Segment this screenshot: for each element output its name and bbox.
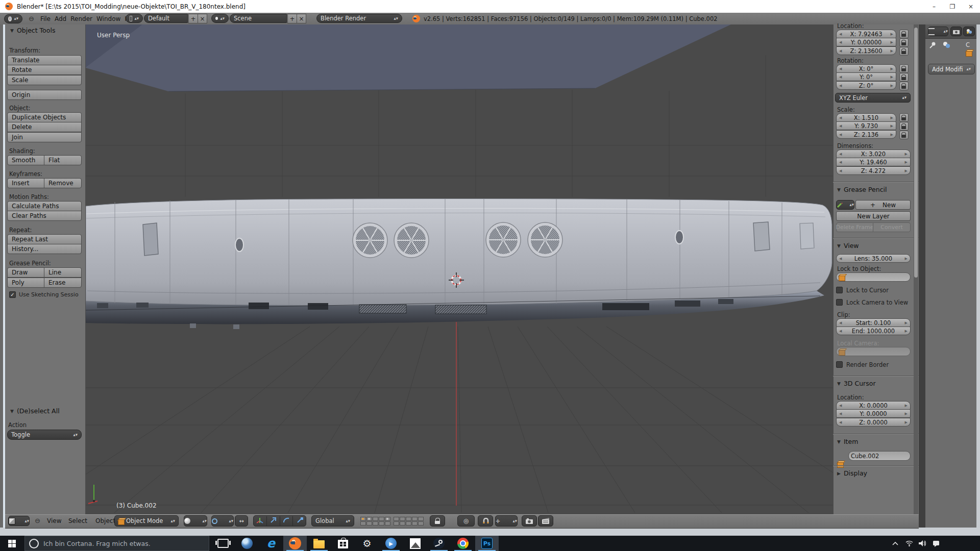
rotation-x-field[interactable]: ◀X: 0°▶ xyxy=(836,64,896,73)
insert-keyframe-button[interactable]: Insert xyxy=(7,178,44,188)
grease-pencil-panel-header[interactable]: ▼ Grease Pencil xyxy=(837,186,887,193)
taskbar-photos[interactable] xyxy=(403,536,427,551)
pivot-point-dropdown[interactable]: ▲▼ xyxy=(211,515,234,527)
render-tab-icon[interactable] xyxy=(950,27,962,36)
gp-line-button[interactable]: Line xyxy=(44,267,82,278)
add-modifier-dropdown[interactable]: Add Modifi ▲▼ xyxy=(928,64,975,74)
render-engine-dropdown[interactable]: Blender Render ▲▼ xyxy=(316,14,402,23)
rotation-mode-dropdown[interactable]: XYZ Euler ▲▼ xyxy=(835,93,911,103)
add-scene-button[interactable]: + xyxy=(287,14,297,23)
history-button[interactable]: History... xyxy=(7,244,82,254)
scene-icon-dropdown[interactable]: ▲▼ xyxy=(211,14,229,23)
lock-scale-y-icon[interactable] xyxy=(899,122,909,131)
item-panel-header[interactable]: ▼ Item xyxy=(837,438,858,445)
tray-expand-button[interactable] xyxy=(888,536,902,551)
proportional-edit-dropdown[interactable]: ◎ xyxy=(457,515,475,527)
translate-button[interactable]: Translate xyxy=(7,55,82,65)
lock-rotation-z-icon[interactable] xyxy=(899,82,909,90)
taskbar-chrome[interactable] xyxy=(451,536,475,551)
location-z-field[interactable]: ◀Z: 2.13600▶ xyxy=(836,46,896,55)
tray-volume-button[interactable] xyxy=(916,536,929,551)
action-dropdown[interactable]: Toggle ▲▼ xyxy=(7,430,82,440)
cursor-y-field[interactable]: ◀Y: 0.0000▶ xyxy=(836,409,911,418)
remove-keyframe-button[interactable]: Remove xyxy=(44,178,82,188)
scale-x-field[interactable]: ◀X: 1.510▶ xyxy=(836,113,896,122)
manipulate-center-points-toggle[interactable]: ↔ xyxy=(235,515,248,527)
collapse-menus-icon[interactable]: ⊖ xyxy=(35,517,40,524)
object-breadcrumb-cube-icon[interactable] xyxy=(966,49,972,56)
layers-widget[interactable] xyxy=(360,517,424,525)
scene-breadcrumb-icon[interactable] xyxy=(942,41,950,51)
rotate-button[interactable]: Rotate xyxy=(7,65,82,75)
layer-grid-left[interactable] xyxy=(360,517,390,525)
gp-poly-button[interactable]: Poly xyxy=(7,278,44,288)
taskbar-settings[interactable]: ⚙ xyxy=(355,536,379,551)
menu-render[interactable]: Render xyxy=(68,15,94,22)
tray-network-button[interactable] xyxy=(902,536,916,551)
menu-add[interactable]: Add xyxy=(53,15,68,22)
viewport-canvas[interactable] xyxy=(85,24,833,514)
lock-location-z-icon[interactable] xyxy=(899,47,909,56)
scale-button[interactable]: Scale xyxy=(7,75,82,85)
calculate-paths-button[interactable]: Calculate Paths xyxy=(7,201,82,211)
taskbar-app-swirl[interactable] xyxy=(235,536,259,551)
viewport-shading-dropdown[interactable]: ▲▼ xyxy=(184,515,207,527)
display-panel-header[interactable]: ▶ Display xyxy=(837,469,867,477)
blender-splash-icon[interactable] xyxy=(412,15,420,22)
view-menu[interactable]: View xyxy=(45,517,63,524)
lock-rotation-y-icon[interactable] xyxy=(899,73,909,82)
minimize-button[interactable]: – xyxy=(925,0,943,13)
maximize-button[interactable]: ❐ xyxy=(943,0,962,13)
manipulator-scale-icon[interactable] xyxy=(292,516,306,526)
gp-convert-button[interactable]: Convert xyxy=(873,222,911,232)
repeat-last-button[interactable]: Repeat Last xyxy=(7,234,82,244)
remove-scene-button[interactable]: × xyxy=(297,14,306,23)
dimension-x-field[interactable]: ◀X: 3.020▶ xyxy=(836,149,911,158)
lock-to-cursor-checkbox[interactable] xyxy=(836,287,843,293)
clip-end-field[interactable]: ◀End: 1000.000▶ xyxy=(836,327,911,335)
taskbar-blender[interactable] xyxy=(283,536,307,551)
view-panel-header[interactable]: ▼ View xyxy=(837,242,859,249)
taskbar-steam[interactable] xyxy=(427,536,451,551)
dimension-z-field[interactable]: ◀Z: 4.272▶ xyxy=(836,166,911,175)
taskbar-media-player[interactable]: ▶ xyxy=(379,536,403,551)
location-x-field[interactable]: ◀X: 7.92463▶ xyxy=(836,30,896,38)
task-view-button[interactable] xyxy=(211,536,235,551)
duplicate-objects-button[interactable]: Duplicate Objects xyxy=(7,112,82,122)
taskbar-edge[interactable]: e xyxy=(259,536,283,551)
shade-smooth-button[interactable]: Smooth xyxy=(7,155,44,165)
lock-scale-z-icon[interactable] xyxy=(899,131,909,139)
cursor-z-field[interactable]: ◀Z: 0.0000▶ xyxy=(836,418,911,427)
manipulator-rotate-icon[interactable] xyxy=(280,516,293,526)
scene-field[interactable]: Scene xyxy=(230,14,287,23)
origin-button[interactable]: Origin xyxy=(7,90,82,100)
object-tools-panel-header[interactable]: ▼ Object Tools xyxy=(10,27,55,34)
cursor-x-field[interactable]: ◀X: 0.0000▶ xyxy=(836,401,911,410)
menu-file[interactable]: File xyxy=(38,15,53,22)
layer-grid-right[interactable] xyxy=(394,517,424,525)
n-panel-scrollbar-thumb[interactable] xyxy=(914,28,918,278)
close-button[interactable]: × xyxy=(962,0,980,13)
manipulator-translate-icon[interactable] xyxy=(266,516,280,526)
manipulator-axis-icon[interactable] xyxy=(254,516,266,526)
shade-flat-button[interactable]: Flat xyxy=(44,155,82,165)
cortana-search-box[interactable]: Ich bin Cortana. Frag mich etwas. xyxy=(24,536,209,551)
snap-element-dropdown[interactable]: ✛ ▲▼ xyxy=(495,515,518,527)
lock-location-x-icon[interactable] xyxy=(899,30,909,38)
gp-erase-button[interactable]: Erase xyxy=(44,278,82,288)
taskbar-store[interactable] xyxy=(331,536,355,551)
lens-field[interactable]: ◀Lens: 35.000▶ xyxy=(836,254,911,263)
rotation-z-field[interactable]: ◀Z: 0°▶ xyxy=(836,81,896,90)
join-button[interactable]: Join xyxy=(7,132,82,142)
screen-layout-field[interactable]: Default xyxy=(144,14,188,23)
start-button[interactable] xyxy=(0,536,23,551)
train-model[interactable] xyxy=(86,198,832,329)
rotation-y-field[interactable]: ◀Y: 0°▶ xyxy=(836,72,896,81)
local-camera-field[interactable] xyxy=(836,347,911,356)
lock-to-object-field[interactable] xyxy=(836,272,911,282)
snap-toggle[interactable] xyxy=(478,515,493,527)
remove-layout-button[interactable]: × xyxy=(198,14,207,23)
dimension-y-field[interactable]: ◀Y: 19.460▶ xyxy=(836,158,911,166)
pin-icon[interactable] xyxy=(929,41,936,51)
transform-orientation-dropdown[interactable]: Global ▲▼ xyxy=(311,515,354,527)
